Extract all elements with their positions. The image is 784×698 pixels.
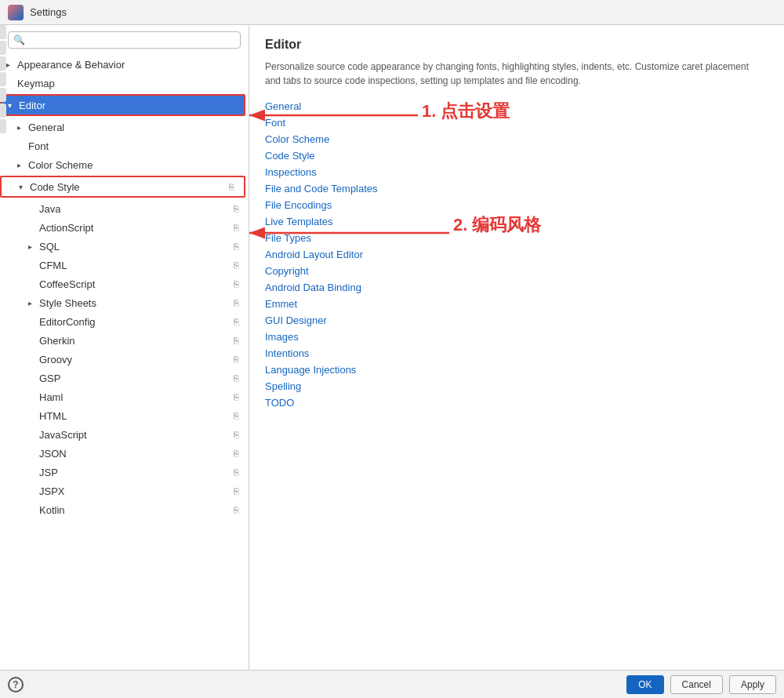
sidebar-item-codestyle[interactable]: ▾Code Style⎘ xyxy=(2,177,244,196)
content-link-filecodetemplates[interactable]: File and Code Templates xyxy=(265,183,768,194)
sidebar-item-javascript[interactable]: JavaScript⎘ xyxy=(0,425,249,444)
bottom-btn-ok[interactable]: OK xyxy=(626,675,663,694)
copy-icon-jspx: ⎘ xyxy=(230,485,242,497)
left-tab-1 xyxy=(0,25,6,39)
left-tab-7 xyxy=(0,119,6,133)
sidebar-item-stylesheets[interactable]: ▸Style Sheets⎘ xyxy=(0,293,249,312)
sidebar-item-haml[interactable]: Haml⎘ xyxy=(0,387,249,406)
content-link-languageinjections[interactable]: Language Injections xyxy=(265,364,768,376)
arrow-icon-editor: ▾ xyxy=(8,101,19,110)
annotation-1-label: 1. 点击设置 xyxy=(422,100,510,123)
sidebar-item-label-coffeescript: CoffeeScript xyxy=(39,278,230,290)
left-tab-6 xyxy=(0,104,6,118)
sidebar-item-json[interactable]: JSON⎘ xyxy=(0,444,249,463)
content-link-font[interactable]: Font xyxy=(265,117,768,129)
copy-icon-groovy: ⎘ xyxy=(230,353,242,365)
content-link-todo[interactable]: TODO xyxy=(265,397,768,409)
sidebar-item-gherkin[interactable]: Gherkin⎘ xyxy=(0,331,249,350)
bottom-bar: ? OKCancelApply xyxy=(0,670,784,698)
sidebar-item-jspx[interactable]: JSPX⎘ xyxy=(0,482,249,500)
sidebar-item-label-groovy: Groovy xyxy=(39,354,230,365)
sidebar-item-label-appearance: Appearance & Behavior xyxy=(17,59,242,71)
sidebar: 🔍 ▸Appearance & BehaviorKeymap▾Editor▸Ge… xyxy=(0,25,249,670)
search-icon: 🔍 xyxy=(13,35,25,45)
sidebar-items: ▸Appearance & BehaviorKeymap▾Editor▸Gene… xyxy=(0,55,249,670)
bottom-btn-apply[interactable]: Apply xyxy=(729,675,776,694)
sidebar-item-label-editor: Editor xyxy=(19,100,238,111)
left-edge-tabs xyxy=(0,25,6,133)
sidebar-item-label-codestyle: Code Style xyxy=(30,181,225,193)
copy-icon-coffeescript: ⎘ xyxy=(230,278,242,290)
sidebar-item-label-gsp: GSP xyxy=(39,373,230,384)
sidebar-item-label-actionscript: ActionScript xyxy=(39,222,230,234)
copy-icon-actionscript: ⎘ xyxy=(230,221,242,234)
sidebar-item-label-kotlin: Kotlin xyxy=(39,504,230,516)
content-link-copyright[interactable]: Copyright xyxy=(265,265,768,277)
sidebar-item-label-html: HTML xyxy=(39,410,230,422)
sidebar-item-gsp[interactable]: GSP⎘ xyxy=(0,369,249,387)
sidebar-item-label-general: General xyxy=(28,122,242,133)
bottom-buttons: OKCancelApply xyxy=(626,675,776,694)
content-description: Personalize source code appearance by ch… xyxy=(265,60,751,88)
content-link-emmet[interactable]: Emmet xyxy=(265,298,768,310)
sidebar-item-label-keymap: Keymap xyxy=(17,78,242,89)
sidebar-item-jsp[interactable]: JSP⎘ xyxy=(0,463,249,482)
sidebar-item-coffeescript[interactable]: CoffeeScript⎘ xyxy=(0,274,249,293)
left-tab-3 xyxy=(0,56,6,71)
search-box[interactable]: 🔍 xyxy=(8,31,241,49)
annotation-2-label: 2. 编码风格 xyxy=(453,213,541,237)
sidebar-item-sql[interactable]: ▸SQL⎘ xyxy=(0,237,249,256)
sidebar-item-label-stylesheets: Style Sheets xyxy=(39,297,230,309)
copy-icon-codestyle: ⎘ xyxy=(225,180,238,193)
sidebar-item-font[interactable]: Font xyxy=(0,136,249,155)
content-link-spelling[interactable]: Spelling xyxy=(265,380,768,392)
content-link-fileencodings[interactable]: File Encodings xyxy=(265,199,768,211)
left-tab-2 xyxy=(0,41,6,55)
help-button[interactable]: ? xyxy=(8,677,24,693)
sidebar-item-cfml[interactable]: CFML⎘ xyxy=(0,256,249,274)
arrow-icon-colorscheme: ▸ xyxy=(17,161,28,169)
sidebar-item-editorconfig[interactable]: EditorConfig⎘ xyxy=(0,312,249,331)
search-input[interactable] xyxy=(28,35,235,45)
bottom-btn-cancel[interactable]: Cancel xyxy=(670,675,723,694)
title-bar: Settings xyxy=(0,0,784,25)
copy-icon-cfml: ⎘ xyxy=(230,259,242,271)
copy-icon-kotlin: ⎘ xyxy=(230,504,242,516)
sidebar-item-label-colorscheme: Color Scheme xyxy=(28,159,242,171)
copy-icon-sql: ⎘ xyxy=(230,240,242,253)
sidebar-item-label-javascript: JavaScript xyxy=(39,429,230,441)
sidebar-item-label-java: Java xyxy=(39,203,230,215)
content-link-general[interactable]: General xyxy=(265,100,768,112)
sidebar-item-general[interactable]: ▸General xyxy=(0,118,249,136)
content-area: Editor Personalize source code appearanc… xyxy=(249,25,784,670)
copy-icon-html: ⎘ xyxy=(230,409,242,422)
sidebar-item-editor[interactable]: ▾Editor xyxy=(2,96,244,115)
content-link-inspections[interactable]: Inspections xyxy=(265,166,768,178)
copy-icon-haml: ⎘ xyxy=(230,391,242,403)
arrow-icon-appearance: ▸ xyxy=(6,60,17,69)
sidebar-item-label-font: Font xyxy=(28,140,242,152)
content-link-guidesigner[interactable]: GUI Designer xyxy=(265,314,768,326)
content-link-intentions[interactable]: Intentions xyxy=(265,347,768,359)
content-links: GeneralFontColor SchemeCode StyleInspect… xyxy=(265,100,768,409)
arrow-icon-general: ▸ xyxy=(17,123,28,132)
sidebar-item-groovy[interactable]: Groovy⎘ xyxy=(0,350,249,369)
content-link-androidlayouteditor[interactable]: Android Layout Editor xyxy=(265,249,768,260)
sidebar-item-appearance[interactable]: ▸Appearance & Behavior xyxy=(0,55,249,74)
sidebar-item-java[interactable]: Java⎘ xyxy=(0,199,249,218)
sidebar-item-html[interactable]: HTML⎘ xyxy=(0,406,249,425)
arrow-icon-sql: ▸ xyxy=(28,242,39,251)
app-logo xyxy=(8,5,24,20)
sidebar-item-colorscheme[interactable]: ▸Color Scheme xyxy=(0,155,249,174)
copy-icon-javascript: ⎘ xyxy=(230,428,242,441)
content-link-androiddatabinding[interactable]: Android Data Binding xyxy=(265,282,768,293)
sidebar-item-actionscript[interactable]: ActionScript⎘ xyxy=(0,218,249,237)
sidebar-item-keymap[interactable]: Keymap xyxy=(0,74,249,93)
sidebar-item-label-sql: SQL xyxy=(39,241,230,253)
content-link-codestyle[interactable]: Code Style xyxy=(265,150,768,162)
content-link-images[interactable]: Images xyxy=(265,331,768,343)
sidebar-item-kotlin[interactable]: Kotlin⎘ xyxy=(0,500,249,519)
copy-icon-java: ⎘ xyxy=(230,202,242,215)
content-link-colorscheme[interactable]: Color Scheme xyxy=(265,133,768,145)
arrow-icon-stylesheets: ▸ xyxy=(28,299,39,307)
